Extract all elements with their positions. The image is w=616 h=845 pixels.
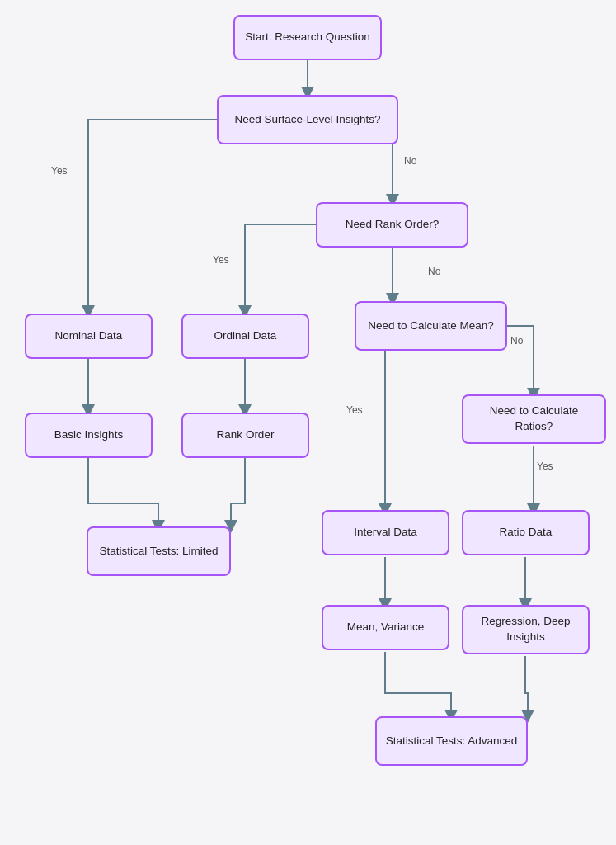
node-nominal: Nominal Data xyxy=(25,314,153,359)
label-yes-ratios: Yes xyxy=(537,460,553,472)
node-stat-tests-limited: Statistical Tests: Limited xyxy=(87,526,231,576)
node-surface: Need Surface-Level Insights? xyxy=(217,95,398,144)
node-rank-order: Rank Order xyxy=(181,413,309,458)
label-no-calc-mean: No xyxy=(510,335,523,347)
node-start: Start: Research Question xyxy=(233,15,382,60)
label-yes-middle: Yes xyxy=(213,254,229,266)
node-ratio: Ratio Data xyxy=(462,510,590,555)
node-rank-order-q: Need Rank Order? xyxy=(316,202,468,248)
flowchart: Start: Research Question Need Surface-Le… xyxy=(0,0,616,845)
label-no-right: No xyxy=(404,155,416,167)
node-calc-mean: Need to Calculate Mean? xyxy=(355,301,507,351)
label-yes-left: Yes xyxy=(51,165,68,177)
label-yes-interval: Yes xyxy=(346,404,363,416)
node-mean-variance: Mean, Variance xyxy=(322,605,449,650)
node-regression: Regression, Deep Insights xyxy=(462,605,590,654)
node-calc-ratios: Need to Calculate Ratios? xyxy=(462,394,606,444)
node-ordinal: Ordinal Data xyxy=(181,314,309,359)
node-stat-tests-advanced: Statistical Tests: Advanced xyxy=(375,716,528,766)
label-no-ratios: No xyxy=(428,266,440,277)
node-basic-insights: Basic Insights xyxy=(25,413,153,458)
node-interval: Interval Data xyxy=(322,510,449,555)
